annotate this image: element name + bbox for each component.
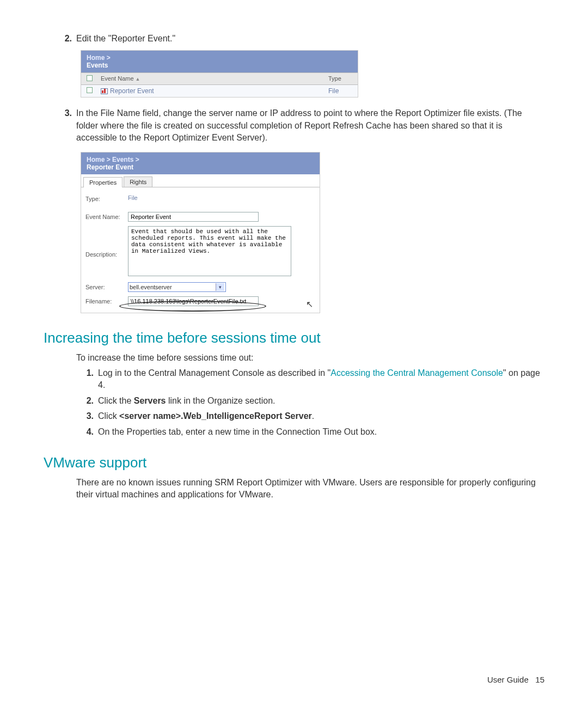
label-filename: Filename: <box>85 296 128 305</box>
footer-label: User Guide <box>487 675 529 684</box>
filename-input[interactable] <box>128 296 259 306</box>
event-properties-screenshot: Home > Events > Reporter Event Propertie… <box>81 152 320 313</box>
server-select[interactable]: bell.eventserver ▾ <box>128 282 226 292</box>
event-name-input[interactable] <box>128 212 259 222</box>
tab-rights[interactable]: Rights <box>124 176 152 187</box>
heading-sessions-timeout: Increasing the time before sessions time… <box>44 330 544 346</box>
event-name-cell: Reporter Event <box>110 87 154 95</box>
step-2-number: 2. <box>44 33 76 45</box>
event-type-cell: File <box>325 85 358 97</box>
cursor-icon: ↖ <box>306 299 313 309</box>
sort-asc-icon: ▲ <box>136 76 140 82</box>
vmware-body: There are no known issues running SRM Re… <box>76 477 544 501</box>
step-2-text: Edit the "Reporter Event." <box>76 33 544 45</box>
col-type[interactable]: Type <box>325 73 358 84</box>
value-type: File <box>128 194 138 201</box>
link-cmc[interactable]: Accessing the Central Management Console <box>330 368 503 378</box>
chevron-down-icon: ▾ <box>216 283 224 291</box>
step-3: 3. In the File Name field, change the se… <box>44 107 544 144</box>
step-2: 2. Edit the "Reporter Event." <box>44 33 544 45</box>
events-list-screenshot: Home > Events Event Name ▲ Type Reporter… <box>81 50 358 98</box>
label-event-name: Event Name: <box>85 212 128 220</box>
step-3-number: 3. <box>44 107 76 144</box>
breadcrumb-current: Reporter Event <box>87 163 133 171</box>
breadcrumb-home: Home > <box>87 54 111 62</box>
event-icon <box>101 88 108 94</box>
label-server: Server: <box>85 282 128 290</box>
s4-num: 4. <box>65 426 98 438</box>
row-checkbox[interactable] <box>87 87 93 93</box>
breadcrumb: Home > Events <box>81 51 358 72</box>
breadcrumb-current: Events <box>87 62 108 69</box>
select-all-checkbox[interactable] <box>87 75 93 81</box>
col-event-name[interactable]: Event Name <box>101 75 134 82</box>
events-table-header: Event Name ▲ Type <box>81 72 358 85</box>
server-selected-value: bell.eventserver <box>130 284 172 290</box>
table-row[interactable]: Reporter Event File <box>81 85 358 97</box>
breadcrumb-path: Home > Events > <box>87 156 139 163</box>
tab-bar: Properties Rights <box>81 174 320 187</box>
breadcrumb: Home > Events > Reporter Event <box>81 153 320 174</box>
s3-num: 3. <box>65 410 98 422</box>
page-footer: User Guide 15 <box>487 675 544 684</box>
s1-num: 1. <box>65 367 98 392</box>
heading-vmware: VMware support <box>44 454 544 471</box>
s2-num: 2. <box>65 395 98 407</box>
label-description: Description: <box>85 226 128 258</box>
footer-page: 15 <box>535 675 544 684</box>
step-3-text: In the File Name field, change the serve… <box>76 107 544 144</box>
tab-properties[interactable]: Properties <box>83 177 122 187</box>
description-textarea[interactable] <box>128 226 291 276</box>
s2-text: Click the Servers link in the Organize s… <box>98 395 544 407</box>
label-type: Type: <box>85 194 128 202</box>
s3-text: Click <server name>.Web_IntelligenceRepo… <box>98 410 544 422</box>
s4-text: On the Properties tab, enter a new time … <box>98 426 544 438</box>
s1-text: Log in to the Central Management Console… <box>98 367 544 392</box>
sessions-intro: To increase the time before sessions tim… <box>76 352 544 364</box>
